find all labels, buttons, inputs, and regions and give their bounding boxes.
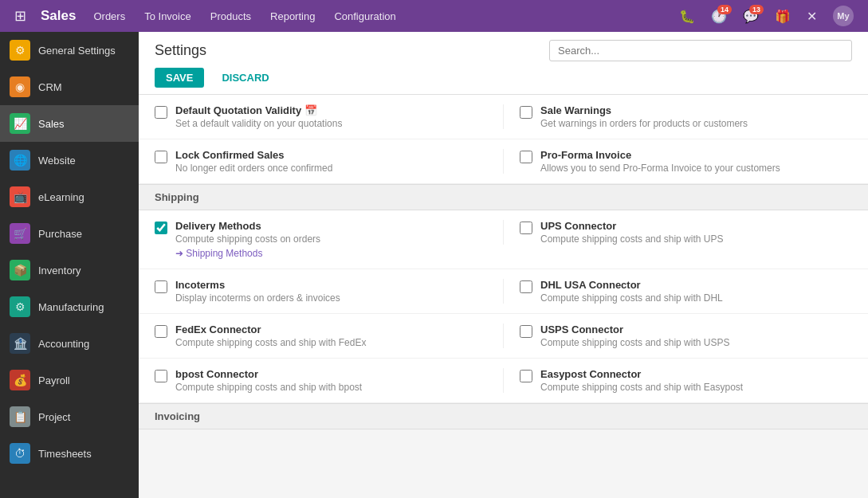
setting-desc-lock-confirmed-sales: No longer edit orders once confirmed	[175, 163, 487, 174]
sidebar-item-project[interactable]: 📋 Project	[0, 398, 139, 435]
shipping-section-header: Shipping	[139, 184, 868, 210]
checkbox-sale-warnings[interactable]	[520, 106, 532, 119]
setting-title-default-quotation: Default Quotation Validity 📅	[175, 104, 487, 116]
bug-icon-btn[interactable]: 🐛	[673, 0, 701, 32]
user-menu-btn[interactable]: My	[827, 0, 860, 32]
checkbox-lock-confirmed-sales[interactable]	[155, 151, 167, 163]
settings-row-lock-sales: Lock Confirmed Sales No longer edit orde…	[139, 139, 868, 184]
setting-text-easypost-connector: Easypost Connector Compute shipping cost…	[540, 368, 852, 393]
page-header-top: Settings	[155, 40, 852, 68]
setting-desc-bpost-connector: Compute shipping costs and ship with bpo…	[175, 382, 487, 393]
settings-col-right-dhl: DHL USA Connector Compute shipping costs…	[503, 279, 852, 304]
checkbox-incoterms[interactable]	[155, 280, 167, 293]
main-layout: ⚙ General Settings ◉ CRM 📈 Sales 🌐 Websi…	[0, 32, 868, 498]
sidebar: ⚙ General Settings ◉ CRM 📈 Sales 🌐 Websi…	[0, 32, 139, 498]
sidebar-item-inventory[interactable]: 📦 Inventory	[0, 252, 139, 288]
search-input[interactable]	[549, 40, 852, 61]
clock-icon-btn[interactable]: 🕐 14	[705, 0, 733, 32]
chat-icon-btn[interactable]: 💬 13	[736, 0, 765, 32]
sidebar-item-sales[interactable]: 📈 Sales	[0, 105, 139, 142]
gift-icon-btn[interactable]: 🎁	[768, 0, 797, 32]
setting-text-usps-connector: USPS Connector Compute shipping costs an…	[540, 324, 852, 348]
sidebar-label-project: Project	[38, 411, 70, 423]
sidebar-item-elearning[interactable]: 📺 eLearning	[0, 178, 139, 215]
sidebar-label-website: Website	[38, 155, 76, 167]
setting-text-fedex-connector: FedEx Connector Compute shipping costs a…	[175, 324, 487, 348]
sidebar-label-payroll: Payroll	[38, 374, 70, 386]
checkbox-ups-connector[interactable]	[520, 222, 532, 234]
sidebar-item-general-settings[interactable]: ⚙ General Settings	[0, 32, 139, 69]
crm-icon: ◉	[10, 76, 30, 97]
close-icon-btn[interactable]: ✕	[800, 0, 823, 32]
nav-link-configuration[interactable]: Configuration	[324, 0, 405, 32]
setting-desc-usps-connector: Compute shipping costs and ship with USP…	[540, 337, 852, 348]
setting-title-ups-connector: UPS Connector	[540, 220, 852, 232]
setting-title-bpost-connector: bpost Connector	[175, 368, 487, 380]
page-header: Settings SAVE DISCARD	[139, 32, 868, 95]
setting-text-default-quotation: Default Quotation Validity 📅 Set a defau…	[175, 104, 487, 129]
settings-col-left-quotation: Default Quotation Validity 📅 Set a defau…	[155, 104, 487, 129]
clock-badge: 14	[717, 5, 732, 14]
discard-button[interactable]: DISCARD	[210, 68, 280, 88]
sidebar-item-website[interactable]: 🌐 Website	[0, 142, 139, 178]
shipping-methods-link[interactable]: ➜ Shipping Methods	[175, 248, 262, 259]
grid-menu-icon[interactable]: ⊞	[8, 7, 33, 25]
checkbox-default-quotation[interactable]	[155, 106, 167, 119]
setting-text-dhl-connector: DHL USA Connector Compute shipping costs…	[540, 279, 852, 304]
sidebar-item-payroll[interactable]: 💰 Payroll	[0, 362, 139, 398]
website-icon: 🌐	[10, 150, 30, 171]
setting-title-usps-connector: USPS Connector	[540, 324, 852, 335]
sidebar-item-accounting[interactable]: 🏦 Accounting	[0, 325, 139, 362]
setting-desc-delivery-methods: Compute shipping costs on orders	[175, 233, 487, 245]
content-area: Settings SAVE DISCARD Default Quotation …	[139, 32, 868, 498]
checkbox-bpost-connector[interactable]	[155, 370, 167, 382]
manufacturing-icon: ⚙	[10, 296, 30, 317]
sidebar-label-accounting: Accounting	[38, 338, 89, 350]
nav-link-to-invoice[interactable]: To Invoice	[135, 0, 201, 32]
setting-text-ups-connector: UPS Connector Compute shipping costs and…	[540, 220, 852, 245]
project-icon: 📋	[10, 406, 30, 427]
setting-text-lock-confirmed-sales: Lock Confirmed Sales No longer edit orde…	[175, 149, 487, 174]
setting-desc-dhl-connector: Compute shipping costs and ship with DHL	[540, 292, 852, 304]
checkbox-proforma-invoice[interactable]	[520, 151, 532, 163]
user-avatar: My	[833, 6, 854, 26]
setting-text-delivery-methods: Delivery Methods Compute shipping costs …	[175, 220, 487, 259]
chat-badge: 13	[749, 5, 764, 14]
sidebar-label-elearning: eLearning	[38, 191, 84, 203]
settings-row-incoterms: Incoterms Display incoterms on orders & …	[139, 269, 868, 314]
checkbox-delivery-methods[interactable]	[155, 222, 167, 234]
sidebar-label-crm: CRM	[38, 81, 62, 93]
settings-row-delivery-methods: Delivery Methods Compute shipping costs …	[139, 210, 868, 269]
setting-desc-ups-connector: Compute shipping costs and ship with UPS	[540, 233, 852, 245]
sidebar-label-manufacturing: Manufacturing	[38, 301, 104, 313]
settings-row-quotation: Default Quotation Validity 📅 Set a defau…	[139, 95, 868, 139]
setting-text-bpost-connector: bpost Connector Compute shipping costs a…	[175, 368, 487, 393]
sidebar-item-purchase[interactable]: 🛒 Purchase	[0, 215, 139, 252]
sidebar-label-purchase: Purchase	[38, 228, 82, 240]
general-settings-icon: ⚙	[10, 40, 30, 61]
sidebar-item-manufacturing[interactable]: ⚙ Manufacturing	[0, 288, 139, 325]
settings-col-left-delivery: Delivery Methods Compute shipping costs …	[155, 220, 487, 259]
nav-right-icons: 🐛 🕐 14 💬 13 🎁 ✕ My	[673, 0, 860, 32]
settings-col-right-proforma: Pro-Forma Invoice Allows you to send Pro…	[503, 149, 852, 174]
checkbox-fedex-connector[interactable]	[155, 325, 167, 338]
nav-links: Orders To Invoice Products Reporting Con…	[84, 0, 405, 32]
setting-title-delivery-methods: Delivery Methods	[175, 220, 487, 232]
sidebar-label-general-settings: General Settings	[38, 45, 116, 57]
sidebar-item-timesheets[interactable]: ⏱ Timesheets	[0, 435, 139, 472]
app-brand: Sales	[33, 8, 84, 24]
setting-desc-easypost-connector: Compute shipping costs and ship with Eas…	[540, 382, 852, 393]
nav-link-orders[interactable]: Orders	[84, 0, 135, 32]
nav-link-products[interactable]: Products	[201, 0, 261, 32]
setting-text-incoterms: Incoterms Display incoterms on orders & …	[175, 279, 487, 304]
sidebar-item-crm[interactable]: ◉ CRM	[0, 69, 139, 105]
nav-link-reporting[interactable]: Reporting	[261, 0, 324, 32]
settings-col-right-easypost: Easypost Connector Compute shipping cost…	[503, 368, 852, 393]
save-button[interactable]: SAVE	[155, 68, 204, 88]
checkbox-dhl-connector[interactable]	[520, 280, 532, 293]
checkbox-usps-connector[interactable]	[520, 325, 532, 338]
checkbox-easypost-connector[interactable]	[520, 370, 532, 382]
settings-col-left-fedex: FedEx Connector Compute shipping costs a…	[155, 324, 487, 348]
setting-desc-incoterms: Display incoterms on orders & invoices	[175, 292, 487, 304]
header-actions: SAVE DISCARD	[155, 68, 852, 94]
